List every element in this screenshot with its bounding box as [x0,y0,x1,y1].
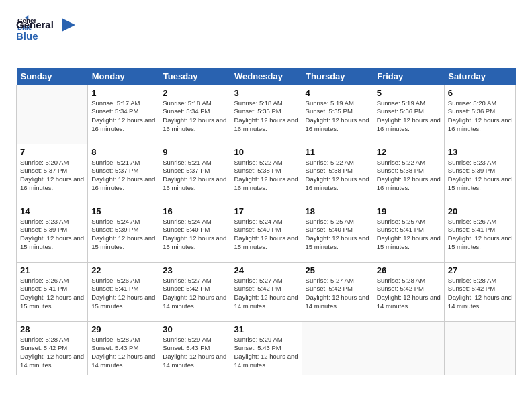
day-cell: 26Sunrise: 5:28 AM Sunset: 5:42 PM Dayli… [373,262,444,321]
day-cell: 5Sunrise: 5:19 AM Sunset: 5:36 PM Daylig… [373,85,444,144]
day-info: Sunrise: 5:26 AM Sunset: 5:41 PM Dayligh… [448,218,512,252]
day-info: Sunrise: 5:22 AM Sunset: 5:38 PM Dayligh… [234,158,298,193]
day-info: Sunrise: 5:21 AM Sunset: 5:37 PM Dayligh… [163,158,226,193]
day-info: Sunrise: 5:27 AM Sunset: 5:42 PM Dayligh… [163,277,226,311]
day-number: 5 [377,88,441,98]
day-cell: 22Sunrise: 5:26 AM Sunset: 5:41 PM Dayli… [88,262,159,321]
day-cell: 4Sunrise: 5:19 AM Sunset: 5:35 PM Daylig… [302,85,373,144]
day-number: 13 [448,147,512,157]
day-cell [444,321,515,375]
day-cell: 31Sunrise: 5:29 AM Sunset: 5:43 PM Dayli… [230,321,302,375]
day-number: 28 [20,324,84,334]
day-info: Sunrise: 5:25 AM Sunset: 5:41 PM Dayligh… [377,218,441,252]
day-cell: 13Sunrise: 5:23 AM Sunset: 5:39 PM Dayli… [444,144,515,203]
day-number: 27 [448,265,512,275]
day-cell: 23Sunrise: 5:27 AM Sunset: 5:42 PM Dayli… [159,262,230,321]
week-row-5: 28Sunrise: 5:28 AM Sunset: 5:42 PM Dayli… [17,321,516,375]
day-info: Sunrise: 5:27 AM Sunset: 5:42 PM Dayligh… [234,277,298,311]
day-info: Sunrise: 5:20 AM Sunset: 5:37 PM Dayligh… [20,158,84,193]
day-cell: 20Sunrise: 5:26 AM Sunset: 5:41 PM Dayli… [444,203,515,262]
day-number: 21 [20,265,84,275]
day-number: 19 [377,206,441,216]
header: General Blue General Blue [16,13,516,58]
day-cell: 7Sunrise: 5:20 AM Sunset: 5:37 PM Daylig… [17,144,88,203]
day-number: 4 [306,88,369,98]
day-cell: 19Sunrise: 5:25 AM Sunset: 5:41 PM Dayli… [373,203,444,262]
day-info: Sunrise: 5:23 AM Sunset: 5:39 PM Dayligh… [20,218,84,252]
day-info: Sunrise: 5:22 AM Sunset: 5:38 PM Dayligh… [377,158,441,193]
day-number: 25 [306,265,369,275]
day-cell: 16Sunrise: 5:24 AM Sunset: 5:40 PM Dayli… [159,203,230,262]
day-number: 17 [234,206,298,216]
day-number: 22 [91,265,155,275]
col-header-tuesday: Tuesday [159,68,230,85]
day-number: 12 [377,147,441,157]
col-header-thursday: Thursday [302,68,373,85]
day-number: 7 [20,147,84,157]
day-cell: 24Sunrise: 5:27 AM Sunset: 5:42 PM Dayli… [230,262,302,321]
day-info: Sunrise: 5:23 AM Sunset: 5:39 PM Dayligh… [448,158,512,193]
day-number: 2 [163,88,226,98]
day-cell: 9Sunrise: 5:21 AM Sunset: 5:37 PM Daylig… [159,144,230,203]
col-header-friday: Friday [373,68,444,85]
day-info: Sunrise: 5:25 AM Sunset: 5:40 PM Dayligh… [306,218,369,252]
logo: General Blue General Blue [16,13,54,58]
week-row-3: 14Sunrise: 5:23 AM Sunset: 5:39 PM Dayli… [17,203,516,262]
day-cell: 1Sunrise: 5:17 AM Sunset: 5:34 PM Daylig… [88,85,159,144]
day-info: Sunrise: 5:28 AM Sunset: 5:42 PM Dayligh… [448,277,512,311]
logo-arrow-icon [62,18,75,32]
col-header-saturday: Saturday [444,68,515,85]
day-cell: 17Sunrise: 5:24 AM Sunset: 5:40 PM Dayli… [230,203,302,262]
logo-blue: Blue [16,30,38,42]
day-number: 10 [234,147,298,157]
day-cell: 18Sunrise: 5:25 AM Sunset: 5:40 PM Dayli… [302,203,373,262]
day-info: Sunrise: 5:22 AM Sunset: 5:38 PM Dayligh… [306,158,369,193]
day-info: Sunrise: 5:28 AM Sunset: 5:42 PM Dayligh… [377,277,441,311]
day-cell: 29Sunrise: 5:28 AM Sunset: 5:43 PM Dayli… [88,321,159,375]
day-number: 20 [448,206,512,216]
week-row-1: 1Sunrise: 5:17 AM Sunset: 5:34 PM Daylig… [17,85,516,144]
page: General Blue General Blue SundayMondayTu… [0,0,532,411]
day-cell [17,85,88,144]
day-number: 8 [91,147,155,157]
day-info: Sunrise: 5:27 AM Sunset: 5:42 PM Dayligh… [306,277,369,311]
day-info: Sunrise: 5:17 AM Sunset: 5:34 PM Dayligh… [91,99,155,134]
day-cell [302,321,373,375]
day-cell: 8Sunrise: 5:21 AM Sunset: 5:37 PM Daylig… [88,144,159,203]
day-number: 26 [377,265,441,275]
week-row-4: 21Sunrise: 5:26 AM Sunset: 5:41 PM Dayli… [17,262,516,321]
day-info: Sunrise: 5:24 AM Sunset: 5:39 PM Dayligh… [91,218,155,252]
day-number: 18 [306,206,369,216]
header-row: SundayMondayTuesdayWednesdayThursdayFrid… [17,68,516,85]
day-cell [373,321,444,375]
day-number: 31 [234,324,298,334]
day-number: 16 [163,206,226,216]
day-info: Sunrise: 5:29 AM Sunset: 5:43 PM Dayligh… [163,336,226,370]
day-info: Sunrise: 5:21 AM Sunset: 5:37 PM Dayligh… [91,158,155,193]
day-cell: 11Sunrise: 5:22 AM Sunset: 5:38 PM Dayli… [302,144,373,203]
day-cell: 15Sunrise: 5:24 AM Sunset: 5:39 PM Dayli… [88,203,159,262]
day-number: 29 [91,324,155,334]
day-info: Sunrise: 5:26 AM Sunset: 5:41 PM Dayligh… [91,277,155,311]
day-info: Sunrise: 5:24 AM Sunset: 5:40 PM Dayligh… [234,218,298,252]
day-number: 9 [163,147,226,157]
day-cell: 6Sunrise: 5:20 AM Sunset: 5:36 PM Daylig… [444,85,515,144]
day-number: 11 [306,147,369,157]
day-info: Sunrise: 5:19 AM Sunset: 5:36 PM Dayligh… [377,99,441,134]
col-header-sunday: Sunday [17,68,88,85]
day-cell: 21Sunrise: 5:26 AM Sunset: 5:41 PM Dayli… [17,262,88,321]
day-info: Sunrise: 5:18 AM Sunset: 5:34 PM Dayligh… [163,99,226,134]
day-info: Sunrise: 5:28 AM Sunset: 5:43 PM Dayligh… [91,336,155,370]
svg-marker-3 [62,18,75,32]
day-info: Sunrise: 5:19 AM Sunset: 5:35 PM Dayligh… [306,99,369,134]
day-number: 14 [20,206,84,216]
week-row-2: 7Sunrise: 5:20 AM Sunset: 5:37 PM Daylig… [17,144,516,203]
col-header-monday: Monday [88,68,159,85]
col-header-wednesday: Wednesday [230,68,302,85]
day-cell: 10Sunrise: 5:22 AM Sunset: 5:38 PM Dayli… [230,144,302,203]
day-cell: 30Sunrise: 5:29 AM Sunset: 5:43 PM Dayli… [159,321,230,375]
logo-general: General [16,19,54,30]
day-number: 1 [91,88,155,98]
day-cell: 3Sunrise: 5:18 AM Sunset: 5:35 PM Daylig… [230,85,302,144]
day-cell: 28Sunrise: 5:28 AM Sunset: 5:42 PM Dayli… [17,321,88,375]
